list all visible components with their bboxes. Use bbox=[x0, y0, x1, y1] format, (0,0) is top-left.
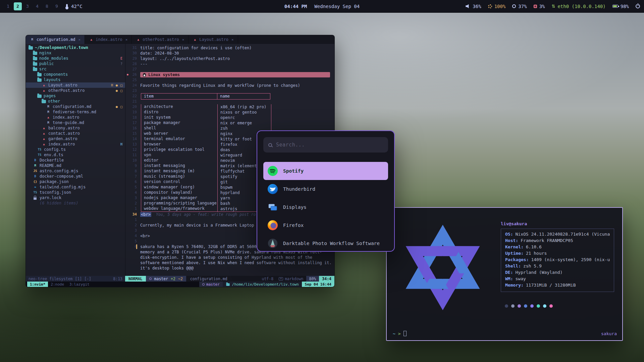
workspace-button[interactable]: 8 bbox=[43, 2, 51, 10]
app-label: Firefox bbox=[283, 223, 304, 228]
tree-item[interactable]: M tone-guide.md bbox=[26, 120, 125, 125]
close-tab-icon[interactable]: × bbox=[182, 38, 184, 42]
tmux-window[interactable]: 3:lazygit bbox=[67, 282, 92, 287]
buffer-line: 28 --- bbox=[125, 61, 334, 67]
lock-icon bbox=[34, 197, 37, 200]
table-row: programming/scripting language bash bbox=[141, 201, 271, 206]
workspace-button[interactable]: 1 bbox=[4, 2, 12, 10]
tree-item[interactable]: ≈ tailwind.config.mjs bbox=[26, 184, 125, 190]
tree-item[interactable]: ▲ index.astro bbox=[26, 115, 125, 120]
tree-item[interactable]: ▲ garden.astro bbox=[26, 136, 125, 141]
tree-item[interactable]: (6 hidden items) bbox=[26, 200, 125, 206]
app-row-darktable[interactable]: Darktable Photo Workflow Software bbox=[263, 234, 388, 252]
git-branch: master bbox=[154, 277, 168, 281]
cpu-module[interactable]: 3% bbox=[534, 4, 545, 9]
file-tree[interactable]: ~/Development/liv.town nginx node_module… bbox=[26, 44, 125, 276]
palette-dot bbox=[524, 304, 527, 308]
fastfetch-terminal[interactable]: liv@sakura OS NixOS 24.11.20240828.71e91… bbox=[386, 207, 623, 341]
tree-item-label: otherPost.astro bbox=[48, 88, 85, 93]
disk-module[interactable]: 37% bbox=[512, 4, 527, 9]
tree-item[interactable]: nginx bbox=[26, 50, 125, 56]
tree-item[interactable]: TS config.ts bbox=[26, 147, 125, 152]
tree-item[interactable]: D docker-compose.yml bbox=[26, 174, 125, 179]
fetch-info-line: Packages 1409 (nix-system), 2590 (nix-us… bbox=[505, 257, 610, 263]
palette-dot bbox=[530, 304, 534, 308]
tree-item[interactable]: ▲ index.astro H bbox=[26, 141, 125, 147]
tree-item[interactable]: public ? bbox=[26, 61, 125, 66]
volume-module[interactable]: 36% bbox=[466, 4, 481, 9]
clock[interactable]: 04:44 PM Wednesday Sep 04 bbox=[284, 4, 360, 9]
git-status-marks: ● □ bbox=[116, 105, 123, 109]
network-module[interactable]: ⇅ eth0 (10.0.0.140) bbox=[552, 4, 606, 9]
tree-item[interactable]: ~/Development/liv.town bbox=[26, 45, 125, 50]
close-tab-icon[interactable]: × bbox=[125, 38, 128, 42]
current-line-number: 34 bbox=[125, 212, 140, 217]
tree-item[interactable]: src bbox=[26, 66, 125, 72]
editor-tab[interactable]: M configuration.md × bbox=[26, 35, 85, 44]
tree-item[interactable]: JS astro.config.mjs bbox=[26, 168, 125, 174]
tab-label: Layout.astro bbox=[199, 37, 228, 42]
tree-item[interactable]: components bbox=[26, 72, 125, 77]
tree-item[interactable]: TS env.d.ts bbox=[26, 152, 125, 158]
nixos-logo bbox=[394, 217, 491, 318]
workspace-button[interactable]: 2 bbox=[14, 2, 22, 10]
tree-item[interactable]: ▲ contact.astro bbox=[26, 131, 125, 136]
search-input[interactable] bbox=[276, 142, 383, 148]
close-tab-icon[interactable]: × bbox=[231, 38, 234, 42]
tree-item[interactable]: ▲ balcony.astro bbox=[26, 125, 125, 131]
folder-open-icon bbox=[37, 95, 42, 98]
app-row-thunderbird[interactable]: Thunderbird bbox=[263, 180, 388, 198]
tree-item-label: pages bbox=[44, 94, 56, 98]
tree-item[interactable]: ▲ otherPost.astro ● □ bbox=[26, 88, 125, 93]
tree-item[interactable]: TS tsconfig.json bbox=[26, 190, 125, 195]
tree-item[interactable]: other bbox=[26, 99, 125, 104]
workspace-button[interactable]: 3 bbox=[23, 2, 32, 10]
tree-item[interactable]: ▲ Layout.astro H ● □ bbox=[26, 82, 125, 88]
app-row-spotify[interactable]: Spotify bbox=[263, 162, 388, 180]
tree-item[interactable]: M configuration.md ● □ bbox=[26, 104, 125, 109]
editor-tab[interactable]: ▲ otherPost.astro × bbox=[132, 35, 189, 44]
tree-item-label: index.astro bbox=[48, 142, 75, 146]
brightness-module[interactable]: 100% bbox=[488, 4, 506, 9]
tree-item[interactable]: node_modules E bbox=[26, 56, 125, 61]
app-row-firefox[interactable]: Firefox bbox=[263, 216, 388, 234]
astro-icon: ▲ bbox=[42, 132, 46, 135]
markdown-icon: M bbox=[46, 121, 51, 124]
close-tab-icon[interactable]: × bbox=[78, 38, 81, 42]
editor-tab[interactable]: ▲ index.astro × bbox=[85, 35, 132, 44]
tree-item[interactable]: D Dockerfile bbox=[26, 158, 125, 163]
search-icon bbox=[268, 143, 272, 147]
line-number: 24 bbox=[125, 83, 140, 88]
line-number: 6 bbox=[125, 179, 140, 185]
table-cell-item: webdev language/framework bbox=[141, 206, 218, 212]
tmux-window[interactable]: 2:node bbox=[48, 282, 67, 287]
tree-item[interactable]: M README.md bbox=[26, 163, 125, 168]
table-row: vpn wireguard bbox=[141, 153, 271, 158]
table-cell-item: version control bbox=[141, 179, 218, 185]
tree-item-label: env.d.ts bbox=[44, 153, 63, 157]
launcher-search[interactable] bbox=[263, 137, 388, 153]
temperature-module[interactable]: 42°C bbox=[66, 4, 83, 9]
workspace-button[interactable]: 9 bbox=[53, 2, 61, 10]
app-row-displays[interactable]: Displays bbox=[263, 198, 388, 216]
power-module[interactable] bbox=[636, 4, 640, 8]
shell-prompt[interactable]: ~ > bbox=[393, 331, 407, 336]
tmux-window[interactable]: 1:nvim* bbox=[27, 282, 48, 287]
tree-item[interactable]: pages bbox=[26, 93, 125, 99]
tree-item[interactable]: layouts bbox=[26, 77, 125, 82]
tree-item[interactable]: {} package.json bbox=[26, 179, 125, 184]
folder-icon bbox=[226, 283, 229, 286]
app-launcher[interactable]: Spotify Thunderbird Displays bbox=[257, 130, 395, 252]
network-value: eth0 (10.0.0.140) bbox=[557, 4, 605, 9]
table-cell-item: browser bbox=[141, 142, 218, 147]
prompt-host-label: sakura bbox=[601, 331, 617, 336]
editor-tab[interactable]: ▲ Layout.astro × bbox=[189, 35, 238, 44]
table-cell-item: compositor (wayland) bbox=[141, 190, 218, 195]
workspace-button[interactable]: 4 bbox=[33, 2, 41, 10]
line-number: 31 bbox=[125, 45, 140, 51]
tree-item[interactable]: yarn.lock bbox=[26, 195, 125, 200]
tree-item[interactable]: M fediverse-terms.md bbox=[26, 109, 125, 115]
tree-item-label: astro.config.mjs bbox=[40, 169, 78, 173]
battery-module[interactable]: 98% bbox=[612, 4, 629, 9]
tailwind-icon: ≈ bbox=[33, 185, 38, 189]
